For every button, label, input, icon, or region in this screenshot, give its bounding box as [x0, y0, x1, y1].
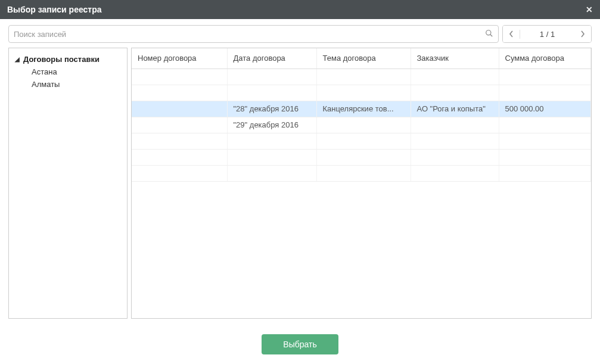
- table-cell: [499, 133, 591, 149]
- table-cell: [316, 133, 411, 149]
- toolbar: 1 / 1: [0, 19, 600, 48]
- table-cell: [411, 69, 499, 85]
- table-cell: [499, 117, 591, 133]
- next-page-button[interactable]: [574, 26, 591, 42]
- table-row[interactable]: [132, 85, 591, 101]
- table-cell: Канцелярские тов...: [316, 101, 411, 117]
- column-header[interactable]: Тема договора: [316, 48, 411, 69]
- svg-line-1: [490, 34, 493, 36]
- table-row[interactable]: "28" декабря 2016Канцелярские тов...АО "…: [132, 101, 591, 117]
- search-box: [8, 25, 499, 43]
- table-cell: [499, 69, 591, 85]
- dialog-footer: Выбрать: [0, 325, 600, 364]
- table-cell: [499, 85, 591, 101]
- table-cell: [411, 133, 499, 149]
- table-cell: [132, 133, 227, 149]
- table-cell: [316, 165, 411, 181]
- table-cell: [316, 69, 411, 85]
- grid-container: Номер договора Дата договора Тема догово…: [131, 48, 592, 319]
- column-header[interactable]: Сумма договора: [499, 48, 591, 69]
- table-cell: [411, 117, 499, 133]
- table-row[interactable]: "29" декабря 2016: [132, 117, 591, 133]
- tree-sidebar: ◢ Договоры поставки Астана Алматы: [8, 48, 128, 319]
- table-cell: 500 000.00: [499, 101, 591, 117]
- dialog-title: Выбор записи реестра: [7, 5, 102, 14]
- table-cell: [499, 165, 591, 181]
- tree-child-item[interactable]: Алматы: [15, 78, 121, 91]
- paginator: 1 / 1: [502, 25, 592, 43]
- table-cell: "29" декабря 2016: [227, 117, 316, 133]
- tree-root-item[interactable]: ◢ Договоры поставки: [15, 53, 121, 66]
- table-cell: [411, 85, 499, 101]
- table-cell: АО "Рога и копыта": [411, 101, 499, 117]
- table-cell: [132, 117, 227, 133]
- tree-child-label: Алматы: [32, 80, 60, 89]
- table-cell: [227, 165, 316, 181]
- column-header[interactable]: Номер договора: [132, 48, 227, 69]
- table-cell: [132, 69, 227, 85]
- table-row[interactable]: [132, 149, 591, 165]
- table-cell: [227, 149, 316, 165]
- table-cell: [411, 165, 499, 181]
- tree-child-label: Астана: [32, 67, 57, 76]
- registry-record-dialog: Выбор записи реестра ✕ 1 / 1 ◢ Договоры …: [0, 0, 600, 364]
- search-input[interactable]: [14, 30, 485, 39]
- svg-point-0: [486, 30, 491, 35]
- column-header[interactable]: Дата договора: [227, 48, 316, 69]
- close-icon[interactable]: ✕: [586, 5, 593, 14]
- page-indicator: 1 / 1: [520, 30, 574, 39]
- table-cell: [132, 165, 227, 181]
- table-cell: [316, 85, 411, 101]
- tree-child-item[interactable]: Астана: [15, 66, 121, 78]
- table-cell: [227, 85, 316, 101]
- table-cell: [499, 149, 591, 165]
- table-cell: "28" декабря 2016: [227, 101, 316, 117]
- records-table: Номер договора Дата договора Тема догово…: [132, 48, 591, 182]
- table-cell: [316, 117, 411, 133]
- dialog-body: ◢ Договоры поставки Астана Алматы Номер …: [0, 48, 600, 325]
- select-button[interactable]: Выбрать: [262, 334, 338, 354]
- table-cell: [227, 133, 316, 149]
- table-header-row: Номер договора Дата договора Тема догово…: [132, 48, 591, 69]
- table-cell: [316, 149, 411, 165]
- table-cell: [132, 101, 227, 117]
- table-cell: [132, 149, 227, 165]
- table-cell: [227, 69, 316, 85]
- prev-page-button[interactable]: [503, 26, 520, 42]
- table-row[interactable]: [132, 69, 591, 85]
- search-icon[interactable]: [485, 29, 493, 39]
- table-row[interactable]: [132, 133, 591, 149]
- table-cell: [411, 149, 499, 165]
- caret-down-icon: ◢: [15, 56, 20, 63]
- column-header[interactable]: Заказчик: [411, 48, 499, 69]
- table-row[interactable]: [132, 165, 591, 181]
- dialog-title-bar: Выбор записи реестра ✕: [0, 0, 600, 19]
- table-cell: [132, 85, 227, 101]
- tree-root-label: Договоры поставки: [23, 55, 100, 64]
